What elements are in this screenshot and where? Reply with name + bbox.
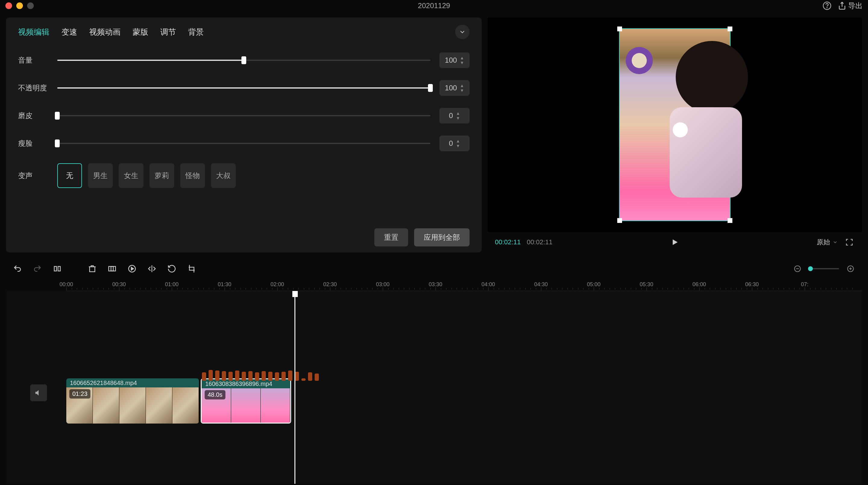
voice-label: 变声	[18, 171, 48, 181]
opacity-row: 不透明度 100 ▲▼	[18, 80, 470, 96]
rotate-icon[interactable]	[166, 263, 177, 274]
maximize-window-button[interactable]	[27, 2, 34, 9]
stepper-arrows-icon[interactable]: ▲▼	[456, 111, 460, 121]
voice-chip-1[interactable]: 男生	[88, 163, 113, 188]
resize-handle[interactable]	[617, 27, 622, 31]
apply-all-button[interactable]: 应用到全部	[414, 228, 470, 247]
volume-slider[interactable]	[57, 60, 430, 61]
voice-chip-2[interactable]: 女生	[119, 163, 144, 188]
play-button[interactable]	[671, 238, 679, 247]
tab-1[interactable]: 变速	[61, 27, 77, 37]
ruler-tick: 04:30	[534, 281, 548, 288]
clip-0[interactable]: 1606652621848648.mp401:23	[66, 378, 199, 424]
volume-row: 音量 100 ▲▼	[18, 53, 470, 68]
stepper-arrows-icon[interactable]: ▲▼	[460, 56, 464, 65]
opacity-spinner[interactable]: 100 ▲▼	[439, 80, 470, 96]
minimize-window-button[interactable]	[16, 2, 23, 9]
smooth-row: 磨皮 0 ▲▼	[18, 108, 470, 124]
voice-chip-4[interactable]: 怪物	[180, 163, 205, 188]
zoom-slider[interactable]	[809, 268, 839, 269]
face-row: 瘦脸 0 ▲▼	[18, 135, 470, 151]
help-icon[interactable]	[822, 0, 832, 11]
split-icon[interactable]	[52, 263, 63, 274]
titlebar: 20201129 导出	[0, 0, 868, 11]
export-button[interactable]: 导出	[838, 1, 863, 10]
audio-waveform	[202, 369, 319, 381]
tab-2[interactable]: 视频动画	[89, 27, 121, 37]
clip-filename: 1606652621848648.mp4	[66, 378, 199, 387]
mute-track-button[interactable]	[30, 384, 47, 401]
voice-chip-3[interactable]: 萝莉	[150, 163, 174, 188]
current-time: 00:02:11	[495, 238, 521, 246]
tabs-row: 视频编辑变速视频动画蒙版调节背景	[6, 18, 482, 46]
ruler-tick: 01:00	[165, 281, 179, 288]
speed-icon[interactable]	[127, 263, 137, 274]
ruler-tick: 01:30	[218, 281, 231, 288]
ruler-tick: 02:00	[270, 281, 284, 288]
reset-button[interactable]: 重置	[374, 228, 408, 247]
ruler-tick: 04:00	[481, 281, 495, 288]
clip-1[interactable]: 1606308386396896.mp448.0s	[201, 378, 291, 424]
opacity-label: 不透明度	[18, 83, 48, 93]
stepper-arrows-icon[interactable]: ▲▼	[456, 138, 460, 148]
resize-handle[interactable]	[727, 27, 733, 31]
crop-ratio-icon[interactable]	[186, 263, 197, 274]
opacity-slider-thumb[interactable]	[428, 84, 433, 92]
mirror-icon[interactable]	[147, 263, 157, 274]
svg-marker-10	[131, 267, 134, 270]
tab-3[interactable]: 蒙版	[133, 27, 148, 37]
fullscreen-icon[interactable]	[844, 237, 855, 248]
smooth-label: 磨皮	[18, 111, 48, 121]
resize-handle[interactable]	[617, 218, 622, 223]
preview-panel: 00:02:11 00:02:11 原始	[488, 18, 862, 253]
crop-icon[interactable]	[107, 263, 118, 274]
properties-panel: 视频编辑变速视频动画蒙版调节背景 音量 100 ▲▼ 不透明度	[6, 18, 482, 253]
face-label: 瘦脸	[18, 138, 48, 148]
voice-chip-0[interactable]: 无	[57, 163, 82, 188]
volume-slider-thumb[interactable]	[241, 56, 246, 64]
ruler-tick: 07:	[801, 281, 808, 288]
zoom-in-icon[interactable]	[845, 263, 856, 274]
close-window-button[interactable]	[5, 2, 12, 9]
tab-0[interactable]: 视频编辑	[18, 27, 50, 37]
undo-icon[interactable]	[12, 263, 23, 274]
zoom-thumb[interactable]	[808, 266, 813, 271]
face-slider-thumb[interactable]	[55, 139, 60, 147]
smooth-slider-thumb[interactable]	[55, 112, 60, 120]
preview-viewport[interactable]	[488, 18, 862, 232]
ruler-tick: 03:00	[376, 281, 390, 288]
voice-chip-5[interactable]: 大叔	[211, 163, 236, 188]
clip-duration: 48.0s	[205, 390, 225, 399]
timeline-ruler[interactable]: 00:0000:3001:0001:3002:0002:3003:0003:30…	[66, 279, 862, 291]
ruler-tick: 00:00	[59, 281, 73, 288]
opacity-slider[interactable]	[57, 87, 430, 89]
redo-icon[interactable]	[32, 263, 43, 274]
face-spinner[interactable]: 0 ▲▼	[439, 135, 470, 151]
playhead[interactable]	[294, 291, 296, 484]
svg-point-1	[827, 7, 827, 8]
resize-handle[interactable]	[727, 218, 733, 223]
svg-rect-4	[54, 267, 57, 271]
svg-marker-3	[673, 239, 678, 245]
volume-spinner[interactable]: 100 ▲▼	[439, 53, 470, 68]
tab-5[interactable]: 背景	[188, 27, 204, 37]
tab-4[interactable]: 调节	[160, 27, 176, 37]
collapse-button[interactable]	[455, 25, 470, 39]
aspect-ratio-select[interactable]: 原始	[817, 238, 838, 247]
export-label: 导出	[848, 1, 863, 10]
smooth-spinner[interactable]: 0 ▲▼	[439, 108, 470, 124]
face-slider[interactable]	[57, 143, 430, 144]
ruler-tick: 06:00	[692, 281, 706, 288]
window-traffic-lights	[5, 2, 34, 9]
total-time: 00:02:11	[527, 238, 553, 246]
smooth-slider[interactable]	[57, 115, 430, 116]
ruler-tick: 00:30	[112, 281, 126, 288]
delete-icon[interactable]	[87, 263, 98, 274]
project-title: 20201129	[418, 1, 450, 10]
stepper-arrows-icon[interactable]: ▲▼	[460, 83, 464, 93]
timeline-tracks[interactable]: 1606652621848648.mp401:23160630838639689…	[6, 291, 862, 484]
preview-frame[interactable]	[619, 28, 731, 221]
svg-rect-6	[90, 267, 95, 272]
ruler-tick: 03:30	[429, 281, 442, 288]
zoom-out-icon[interactable]	[792, 263, 803, 274]
